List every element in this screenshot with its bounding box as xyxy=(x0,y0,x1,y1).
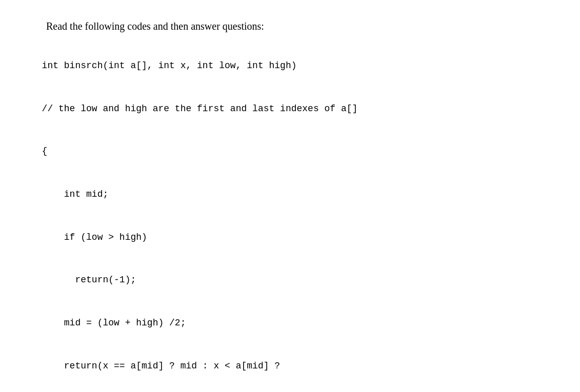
code-line-5: if (low > high) xyxy=(42,232,147,242)
code-line-8: return(x == a[mid] ? mid : x < a[mid] ? xyxy=(42,361,280,371)
code-block: int binsrch(int a[], int x, int low, int… xyxy=(31,45,549,392)
code-line-3: { xyxy=(42,146,48,156)
code-line-7: mid = (low + high) /2; xyxy=(42,318,186,328)
code-line-4: int mid; xyxy=(42,189,109,199)
code-line-6: return(-1); xyxy=(42,275,136,285)
intro-text: Read the following codes and then answer… xyxy=(46,20,549,32)
code-line-2: // the low and high are the first and la… xyxy=(42,104,358,114)
code-line-1: int binsrch(int a[], int x, int low, int… xyxy=(42,60,297,71)
